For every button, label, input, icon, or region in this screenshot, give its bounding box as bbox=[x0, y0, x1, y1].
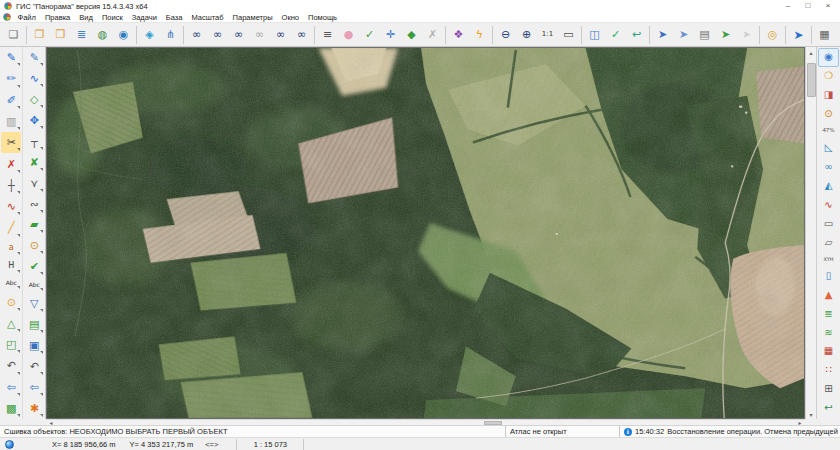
print-map-button[interactable]: ▦ bbox=[814, 25, 835, 45]
find-continue-button[interactable]: ∞ bbox=[228, 25, 249, 45]
zoom-1-1-button[interactable]: 1:1 bbox=[537, 25, 558, 45]
scroll-left-icon[interactable]: ◂ bbox=[46, 420, 56, 425]
merge-objects-button[interactable]: ⋎ bbox=[24, 173, 44, 194]
create-area-button[interactable]: ◇ bbox=[24, 89, 44, 110]
delete-object-button[interactable]: ✗ bbox=[1, 153, 21, 174]
undo-step-button[interactable]: ↶ bbox=[24, 356, 44, 377]
route-measure-button[interactable]: ◎ bbox=[762, 25, 783, 45]
previous-selection-button[interactable]: ↩ bbox=[626, 25, 647, 45]
highlight-clear-button[interactable]: ✗ bbox=[422, 25, 443, 45]
move-object-button[interactable]: ✥ bbox=[24, 110, 44, 131]
scroll-down-icon[interactable]: ▾ bbox=[806, 409, 817, 419]
delete-part-button[interactable]: ✘ bbox=[24, 152, 44, 173]
scale-indicator-button[interactable]: 47% bbox=[818, 124, 839, 138]
zoom-out-button[interactable]: ⊖ bbox=[495, 25, 516, 45]
find-previous-button[interactable]: ∞ bbox=[249, 25, 270, 45]
open-geoportal-button[interactable]: ◍ bbox=[92, 25, 113, 45]
select-on-map-button[interactable]: ➤ bbox=[715, 25, 736, 45]
select-by-list-button[interactable]: ➤ bbox=[652, 25, 673, 45]
magnifier-button[interactable]: ❍ bbox=[818, 67, 839, 86]
height-matrix-button[interactable]: ▲ bbox=[818, 285, 839, 304]
copy-fragment-button[interactable]: ◨ bbox=[818, 86, 839, 105]
copy-object-button[interactable]: ▰ bbox=[24, 215, 44, 236]
map-fragment-button[interactable]: ▦ bbox=[818, 342, 839, 361]
calc-cost-button[interactable]: ▤ bbox=[24, 314, 44, 335]
highlight-free-button[interactable]: ● bbox=[338, 25, 359, 45]
highlight-confirm-button[interactable]: ✓ bbox=[359, 25, 380, 45]
cut-object-button[interactable]: ✂ bbox=[1, 132, 21, 153]
open-map-button[interactable]: ❐ bbox=[29, 25, 50, 45]
flashlight-shape-button[interactable]: ⊙ bbox=[24, 235, 44, 256]
select-by-window-button[interactable]: ➤ bbox=[673, 25, 694, 45]
measure-perimeter-button[interactable]: ∞ bbox=[818, 157, 839, 176]
horizontal-text-button[interactable]: H bbox=[1, 257, 21, 275]
view-area-button[interactable]: ◫ bbox=[584, 25, 605, 45]
place-text-button[interactable]: Abc bbox=[1, 275, 21, 291]
measure-segment-button[interactable]: ╱ bbox=[1, 217, 21, 238]
exit-task-button[interactable]: ↩ bbox=[818, 399, 839, 418]
undo-all-button[interactable]: ⇦ bbox=[1, 377, 21, 398]
edit-toolkit-button[interactable]: ▥ bbox=[1, 111, 21, 132]
edit-object-button[interactable]: ✏ bbox=[1, 68, 21, 89]
scroll-up-icon[interactable]: ▴ bbox=[806, 47, 817, 57]
layers-3d-button[interactable]: ≋ bbox=[818, 323, 839, 342]
edit-spline-button[interactable]: ∿ bbox=[24, 68, 44, 89]
measure-area-button[interactable]: ◺ bbox=[818, 138, 839, 157]
flashlight-search-button[interactable]: ⊙ bbox=[1, 291, 21, 312]
find-object-button[interactable]: ∞ bbox=[186, 25, 207, 45]
vertical-scrollbar[interactable]: ▴ ▾ bbox=[805, 47, 816, 419]
map-structure-button[interactable]: ⋔ bbox=[160, 25, 181, 45]
layer-list-button[interactable]: ◈ bbox=[139, 25, 160, 45]
map-canvas[interactable] bbox=[46, 47, 805, 419]
menu-item-options[interactable]: Параметры bbox=[228, 13, 277, 22]
open-internet-map-button[interactable]: ◉ bbox=[113, 25, 134, 45]
settings-button[interactable]: ✱ bbox=[24, 398, 44, 419]
dialog-window-button[interactable]: ▣ bbox=[24, 335, 44, 356]
find-in-area-button[interactable]: ∞ bbox=[270, 25, 291, 45]
area-object-button[interactable]: ◰ bbox=[1, 334, 21, 355]
main-pointer-button[interactable]: ➤ bbox=[788, 25, 809, 45]
create-spline-button[interactable]: ✎ bbox=[24, 47, 44, 68]
copy-to-image-button[interactable]: ▩ bbox=[1, 398, 21, 419]
edit-points-button[interactable]: ∾ bbox=[24, 194, 44, 215]
edit-node-button[interactable]: ┼ bbox=[1, 175, 21, 196]
place-label-button[interactable]: Abc bbox=[24, 277, 44, 293]
open-database-button[interactable]: ≣ bbox=[71, 25, 92, 45]
graphic-editor-button[interactable]: ❖ bbox=[448, 25, 469, 45]
view-globe-button[interactable]: ◉ bbox=[818, 48, 839, 67]
select-by-attributes-button[interactable]: ▤ bbox=[694, 25, 715, 45]
horizontal-scroll-thumb[interactable] bbox=[484, 421, 502, 425]
edit-segment-button[interactable]: ∿ bbox=[1, 196, 21, 217]
menu-item-search[interactable]: Поиск bbox=[97, 13, 127, 22]
menu-item-edit[interactable]: Правка bbox=[40, 13, 74, 22]
point-coords-button[interactable]: ▯ bbox=[818, 266, 839, 285]
layers-flag-button[interactable]: ≣ bbox=[818, 304, 839, 323]
diagonal-select-button[interactable]: ▱ bbox=[818, 233, 839, 252]
menu-item-window[interactable]: Окно bbox=[277, 13, 303, 22]
create-object-button[interactable]: ✎ bbox=[1, 47, 21, 68]
zoom-frame-button[interactable]: ▭ bbox=[558, 25, 579, 45]
menu-item-file[interactable]: Файл bbox=[13, 13, 40, 22]
highlight-area-button[interactable]: ◆ bbox=[401, 25, 422, 45]
menu-item-tasks[interactable]: Задачи bbox=[127, 13, 161, 22]
measure-distance-button[interactable]: ∿ bbox=[818, 195, 839, 214]
find-by-name-button[interactable]: ∞ bbox=[207, 25, 228, 45]
swap-coords-button[interactable]: <=> bbox=[205, 440, 218, 449]
close-button[interactable]: × bbox=[820, 1, 836, 12]
fast-launch-button[interactable]: ϟ bbox=[469, 25, 490, 45]
vertical-scroll-track[interactable] bbox=[806, 57, 817, 409]
highlight-add-button[interactable]: ✛ bbox=[380, 25, 401, 45]
maximize-button[interactable]: □ bbox=[800, 1, 816, 12]
map-scale[interactable]: 1 : 15 073 bbox=[237, 440, 303, 449]
flashlight-button[interactable]: ⊙ bbox=[818, 105, 839, 124]
geodesy-network-button[interactable]: △ bbox=[1, 313, 21, 334]
new-document-button[interactable]: ❏ bbox=[3, 25, 24, 45]
point-height-button[interactable]: XYH bbox=[818, 252, 839, 266]
measure-polygon-button[interactable]: ◭ bbox=[818, 176, 839, 195]
split-object-button[interactable]: ┬ bbox=[24, 131, 44, 152]
menu-item-base[interactable]: База bbox=[161, 13, 187, 22]
list-objects-button[interactable]: ≡ bbox=[317, 25, 338, 45]
highlight-letter-button[interactable]: a bbox=[1, 239, 21, 257]
menu-item-view[interactable]: Вид bbox=[75, 13, 98, 22]
horizontal-scrollbar[interactable]: ◂ ▸ bbox=[46, 419, 805, 425]
